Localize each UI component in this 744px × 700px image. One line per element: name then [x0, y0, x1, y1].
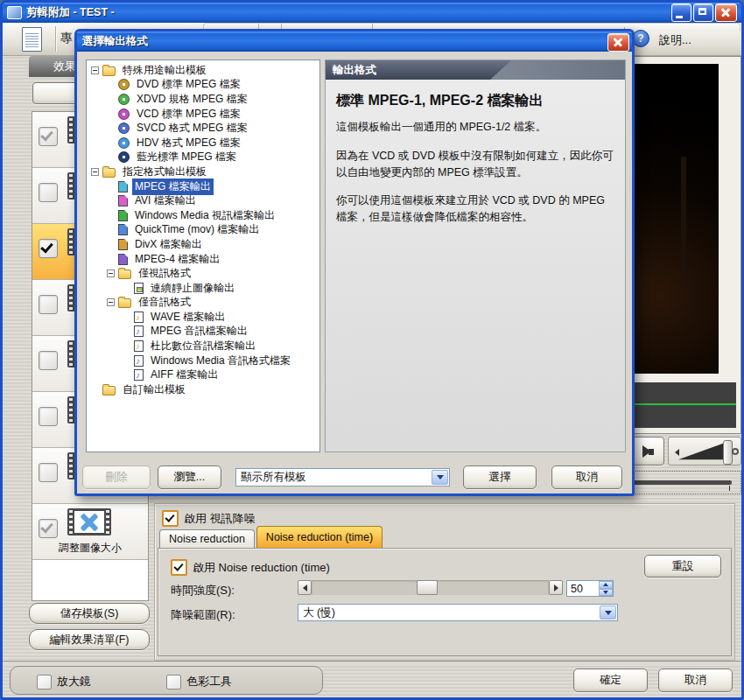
effect-item[interactable]: 調整圖像大小	[32, 504, 148, 560]
effect-checkbox[interactable]	[39, 183, 58, 202]
range-label: 降噪範圍(R):	[171, 607, 235, 623]
color-tools-row: 色彩工具	[166, 674, 232, 690]
range-value: 大 (慢)	[298, 606, 599, 620]
enable-time-noise-row: 啟用 Noise reduction (time)	[171, 559, 330, 576]
enable-video-noise-checkbox[interactable]	[162, 510, 179, 527]
effect-checkbox[interactable]	[39, 407, 58, 426]
tab-noise-reduction[interactable]: Noise reduction	[159, 529, 255, 548]
spin-down-icon[interactable]	[599, 589, 613, 597]
tree-item[interactable]: DivX 檔案輸出	[87, 237, 319, 252]
enable-time-noise-checkbox[interactable]	[171, 559, 187, 576]
tree-expander-icon[interactable]	[107, 298, 115, 306]
tree-item[interactable]: 自訂輸出模板	[87, 382, 319, 397]
title-bar[interactable]: 剪輯附加 - TEST -	[3, 3, 741, 23]
color-tools-checkbox[interactable]	[166, 675, 181, 690]
dialog-cancel-button[interactable]: 取消	[551, 466, 622, 489]
strength-spinner[interactable]: 50	[566, 580, 614, 597]
document-icon	[22, 27, 42, 52]
tree-item-icon	[118, 108, 130, 120]
filter-value: 顯示所有模板	[236, 470, 431, 485]
effect-checkbox[interactable]	[39, 295, 58, 314]
tree-item-icon	[118, 224, 128, 235]
tree-item[interactable]: HDV 格式 MPEG 檔案	[87, 136, 319, 150]
window-title: 剪輯附加 - TEST -	[26, 5, 115, 20]
slider-thumb[interactable]	[417, 580, 438, 595]
tree-item-icon	[134, 340, 144, 352]
tree-item[interactable]: AIFF 檔案輸出	[87, 368, 319, 382]
reset-button[interactable]: 重設	[644, 555, 721, 578]
dialog-close-button[interactable]	[607, 33, 629, 52]
tree-item[interactable]: 僅音訊格式	[87, 296, 319, 311]
select-output-format-dialog: 選擇輸出格式 特殊用途輸出模板	[74, 29, 635, 496]
maximize-button[interactable]	[693, 4, 713, 22]
save-template-button[interactable]: 儲存模板(S)	[29, 603, 150, 624]
delete-button[interactable]: 刪除	[82, 466, 151, 489]
select-button[interactable]: 選擇	[463, 466, 537, 489]
slider-left-arrow[interactable]	[298, 580, 312, 595]
tree-item[interactable]: MPEG 音訊檔案輸出	[87, 325, 319, 340]
volume-min-icon	[671, 449, 679, 456]
tree-item[interactable]: MPEG 檔案輸出	[87, 179, 319, 194]
effect-checkbox[interactable]	[39, 519, 58, 538]
seek-tick	[729, 486, 730, 491]
magnifier-checkbox[interactable]	[37, 675, 52, 690]
tree-item[interactable]: 杜比數位音訊檔案輸出	[87, 339, 319, 354]
new-document-button[interactable]	[11, 25, 52, 52]
mute-button[interactable]	[629, 437, 664, 466]
browse-button[interactable]: 瀏覽...	[158, 466, 221, 489]
cancel-button[interactable]: 取消	[658, 668, 733, 692]
detail-header: 輸出格式	[326, 64, 376, 76]
tree-item[interactable]: VCD 標準 MPEG 檔案	[87, 107, 319, 122]
tree-item[interactable]: 僅視訊格式	[87, 266, 319, 281]
template-filter-dropdown[interactable]: 顯示所有模板	[235, 468, 450, 486]
tree-item[interactable]: XDVD 規格 MPEG 檔案	[87, 92, 319, 107]
tree-item[interactable]: Windows Media 音訊格式檔案	[87, 354, 319, 368]
tree-expander-icon[interactable]	[91, 168, 99, 176]
tree-item[interactable]: SVCD 格式 MPEG 檔案	[87, 121, 319, 136]
tree-expander-icon[interactable]	[91, 66, 99, 74]
slider-track[interactable]	[312, 580, 549, 595]
help-button[interactable]: 說明...	[659, 32, 691, 48]
tree-item[interactable]: AVI 檔案輸出	[87, 193, 319, 208]
toolbar-separator	[55, 26, 56, 52]
strength-value[interactable]: 50	[567, 581, 599, 596]
range-dropdown[interactable]: 大 (慢)	[298, 604, 618, 621]
spin-up-icon[interactable]	[599, 581, 613, 589]
tab-noise-reduction-time[interactable]: Noise reduction (time)	[256, 526, 383, 548]
help-icon[interactable]: ?	[632, 30, 649, 47]
tree-item[interactable]: MPEG-4 檔案輸出	[87, 252, 319, 267]
edit-effects-button[interactable]: 編輯效果清單(F)	[29, 629, 150, 650]
chevron-down-icon[interactable]	[432, 470, 448, 485]
magnifier-label: 放大鏡	[57, 674, 91, 690]
close-button[interactable]	[715, 4, 737, 22]
tree-item[interactable]: WAVE 檔案輸出	[87, 310, 319, 325]
tree-item[interactable]: Windows Media 視訊檔案輸出	[87, 208, 319, 223]
chevron-down-icon[interactable]	[600, 606, 616, 620]
format-title: 標準 MPEG-1, MPEG-2 檔案輸出	[336, 92, 614, 110]
effect-checkbox[interactable]	[39, 239, 58, 258]
tree-item[interactable]: 藍光標準 MPEG 檔案	[87, 150, 319, 165]
tree-item[interactable]: DVD 標準 MPEG 檔案	[87, 78, 319, 93]
effect-checkbox[interactable]	[39, 463, 58, 482]
noise-tabs: Noise reduction Noise reduction (time)	[159, 527, 383, 548]
tree-item-icon	[102, 386, 116, 396]
effect-checkbox[interactable]	[39, 127, 58, 146]
tree-item[interactable]: 連續靜止圖像輸出	[87, 281, 319, 296]
volume-slider[interactable]	[668, 437, 741, 466]
slider-right-arrow[interactable]	[549, 580, 563, 595]
format-description: 這個模板輸出一個通用的 MPEG-1/2 檔案。	[336, 119, 614, 136]
dialog-title-bar[interactable]: 選擇輸出格式	[77, 32, 632, 52]
tree-item[interactable]: 特殊用途輸出模板	[87, 63, 319, 78]
minimize-button[interactable]	[671, 4, 691, 22]
tree-expander-icon[interactable]	[107, 270, 115, 277]
effect-checkbox[interactable]	[39, 351, 58, 370]
tree-item-icon	[134, 326, 144, 337]
tree-item-icon	[118, 122, 130, 134]
ok-button[interactable]: 確定	[573, 668, 648, 692]
tree-item[interactable]: 指定格式輸出模板	[87, 164, 319, 179]
strength-slider[interactable]	[298, 580, 563, 595]
video-preview-panel	[627, 56, 741, 434]
tree-item-icon	[118, 79, 130, 90]
color-tools-label: 色彩工具	[186, 674, 232, 690]
tree-item[interactable]: QuickTime (mov) 檔案輸出	[87, 223, 319, 238]
